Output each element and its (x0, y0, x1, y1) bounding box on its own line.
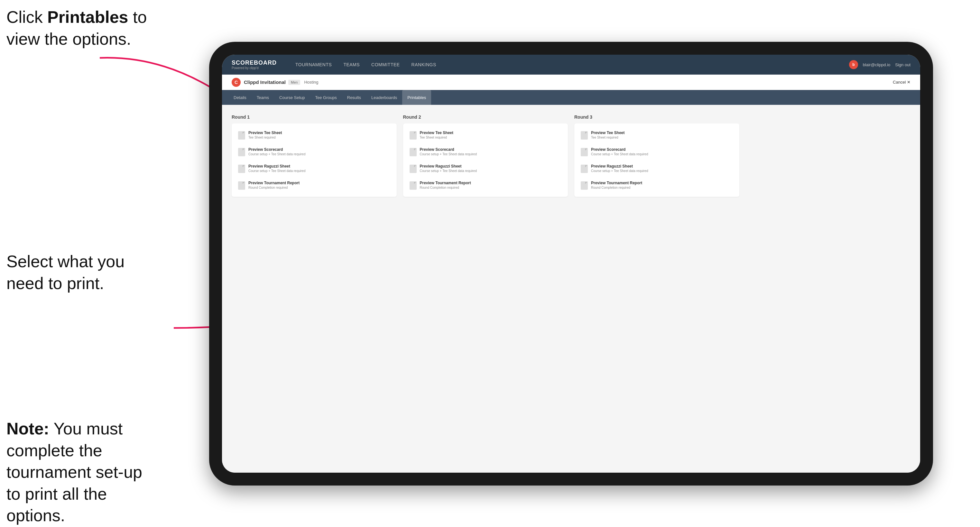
brand-title: SCOREBOARD (232, 59, 277, 66)
scorecard-icon-r3 (581, 148, 588, 156)
tab-printables[interactable]: Printables (402, 90, 431, 105)
tee-sheet-sub-r3: Tee Sheet required (591, 136, 625, 139)
scorecard-sub-r2: Course setup + Tee Sheet data required (420, 152, 477, 156)
round-2-title: Round 2 (403, 114, 568, 120)
user-avatar: b (849, 60, 858, 69)
round-2-scorecard[interactable]: Preview Scorecard Course setup + Tee She… (408, 145, 563, 158)
raguzzi-label-r2: Preview Raguzzi Sheet (420, 164, 477, 168)
round-2-raguzzi[interactable]: Preview Raguzzi Sheet Course setup + Tee… (408, 162, 563, 175)
tab-leaderboards[interactable]: Leaderboards (366, 90, 402, 105)
scorecard-text-r2: Preview Scorecard Course setup + Tee She… (420, 147, 477, 156)
nav-items-list: TOURNAMENTS TEAMS COMMITTEE RANKINGS (290, 55, 849, 75)
round-1-section: Round 1 Preview Tee Sheet Tee Sheet requ… (232, 114, 397, 197)
raguzzi-icon-r1 (238, 165, 245, 173)
top-navigation: SCOREBOARD Powered by clipp'd TOURNAMENT… (222, 55, 920, 75)
raguzzi-sub-r3: Course setup + Tee Sheet data required (591, 169, 648, 173)
tournament-bar: C Clippd Invitational Men Hosting Cancel… (222, 75, 920, 90)
round-3-card: Preview Tee Sheet Tee Sheet required Pre… (574, 124, 739, 197)
raguzzi-label-r1: Preview Raguzzi Sheet (248, 164, 305, 168)
round-3-tournament-report[interactable]: Preview Tournament Report Round Completi… (579, 179, 734, 192)
raguzzi-text-r1: Preview Raguzzi Sheet Course setup + Tee… (248, 164, 305, 173)
raguzzi-label-r3: Preview Raguzzi Sheet (591, 164, 648, 168)
raguzzi-sub-r1: Course setup + Tee Sheet data required (248, 169, 305, 173)
tournament-status: Hosting (304, 80, 318, 84)
nav-item-rankings[interactable]: RANKINGS (406, 55, 442, 75)
tournament-report-text-r1: Preview Tournament Report Round Completi… (248, 181, 299, 189)
round-2-tournament-report[interactable]: Preview Tournament Report Round Completi… (408, 179, 563, 192)
tee-sheet-icon-r2 (410, 131, 417, 140)
round-3-scorecard[interactable]: Preview Scorecard Course setup + Tee She… (579, 145, 734, 158)
scorecard-icon-r1 (238, 148, 245, 156)
tee-sheet-icon-r1 (238, 131, 245, 140)
tournament-report-label-r1: Preview Tournament Report (248, 181, 299, 185)
scorecard-label-r3: Preview Scorecard (591, 147, 648, 152)
round-2-card: Preview Tee Sheet Tee Sheet required Pre… (403, 124, 568, 197)
round-1-raguzzi[interactable]: Preview Raguzzi Sheet Course setup + Tee… (237, 162, 391, 175)
tournament-logo: C (232, 78, 241, 87)
tournament-report-text-r3: Preview Tournament Report Round Completi… (591, 181, 642, 189)
tab-tee-groups[interactable]: Tee Groups (310, 90, 342, 105)
content-area: Round 1 Preview Tee Sheet Tee Sheet requ… (222, 105, 920, 473)
nav-right-section: b blair@clippd.io Sign out (849, 60, 910, 69)
round-2-section: Round 2 Preview Tee Sheet Tee Sheet requ… (403, 114, 568, 197)
tee-sheet-label-r1: Preview Tee Sheet (248, 130, 282, 135)
user-email: blair@clippd.io (863, 62, 890, 67)
scorecard-sub-r3: Course setup + Tee Sheet data required (591, 152, 648, 156)
annotation-bottom: Note: You mustcomplete thetournament set… (6, 418, 154, 527)
nav-item-committee[interactable]: COMMITTEE (366, 55, 406, 75)
brand-logo: SCOREBOARD Powered by clipp'd (232, 59, 277, 70)
tournament-report-text-r2: Preview Tournament Report Round Completi… (420, 181, 471, 189)
tournament-report-label-r2: Preview Tournament Report (420, 181, 471, 185)
annotation-top: Click Printables toview the options. (6, 6, 147, 50)
scorecard-label-r1: Preview Scorecard (248, 147, 305, 152)
brand-subtitle: Powered by clipp'd (232, 66, 277, 70)
tournament-report-icon-r2 (410, 181, 417, 190)
tee-sheet-text-r1: Preview Tee Sheet Tee Sheet required (248, 130, 282, 139)
scorecard-label-r2: Preview Scorecard (420, 147, 477, 152)
tablet-screen: SCOREBOARD Powered by clipp'd TOURNAMENT… (222, 55, 920, 473)
tab-results[interactable]: Results (342, 90, 366, 105)
tournament-report-sub-r2: Round Completion required (420, 186, 471, 189)
nav-item-teams[interactable]: TEAMS (337, 55, 366, 75)
round-1-tournament-report[interactable]: Preview Tournament Report Round Completi… (237, 179, 391, 192)
tee-sheet-sub-r1: Tee Sheet required (248, 136, 282, 139)
round-2-tee-sheet[interactable]: Preview Tee Sheet Tee Sheet required (408, 129, 563, 141)
annotation-bold-note: Note: (6, 419, 49, 438)
tournament-name: Clippd Invitational (244, 79, 286, 85)
tee-sheet-text-r3: Preview Tee Sheet Tee Sheet required (591, 130, 625, 139)
raguzzi-sub-r2: Course setup + Tee Sheet data required (420, 169, 477, 173)
annotation-bold-printables: Printables (47, 8, 128, 26)
nav-item-tournaments[interactable]: TOURNAMENTS (290, 55, 337, 75)
round-1-card: Preview Tee Sheet Tee Sheet required Pre… (232, 124, 397, 197)
tournament-report-label-r3: Preview Tournament Report (591, 181, 642, 185)
raguzzi-icon-r2 (410, 165, 417, 173)
scorecard-text-r1: Preview Scorecard Course setup + Tee She… (248, 147, 305, 156)
tablet-device: SCOREBOARD Powered by clipp'd TOURNAMENT… (209, 42, 933, 486)
rounds-grid: Round 1 Preview Tee Sheet Tee Sheet requ… (232, 114, 910, 197)
tee-sheet-icon-r3 (581, 131, 588, 140)
tab-teams[interactable]: Teams (251, 90, 274, 105)
tee-sheet-label-r3: Preview Tee Sheet (591, 130, 625, 135)
annotation-middle: Select what youneed to print. (6, 251, 124, 294)
raguzzi-text-r3: Preview Raguzzi Sheet Course setup + Tee… (591, 164, 648, 173)
raguzzi-icon-r3 (581, 165, 588, 173)
scorecard-icon-r2 (410, 148, 417, 156)
round-1-title: Round 1 (232, 114, 397, 120)
round-3-section: Round 3 Preview Tee Sheet Tee Sheet requ… (574, 114, 739, 197)
tournament-report-icon-r3 (581, 181, 588, 190)
round-3-raguzzi[interactable]: Preview Raguzzi Sheet Course setup + Tee… (579, 162, 734, 175)
cancel-button[interactable]: Cancel ✕ (893, 80, 910, 84)
scorecard-text-r3: Preview Scorecard Course setup + Tee She… (591, 147, 648, 156)
raguzzi-text-r2: Preview Raguzzi Sheet Course setup + Tee… (420, 164, 477, 173)
tab-details[interactable]: Details (228, 90, 251, 105)
round-1-tee-sheet[interactable]: Preview Tee Sheet Tee Sheet required (237, 129, 391, 141)
tab-course-setup[interactable]: Course Setup (274, 90, 310, 105)
tab-bar: Details Teams Course Setup Tee Groups Re… (222, 90, 920, 105)
round-1-scorecard[interactable]: Preview Scorecard Course setup + Tee She… (237, 145, 391, 158)
tee-sheet-text-r2: Preview Tee Sheet Tee Sheet required (420, 130, 453, 139)
sign-out-link[interactable]: Sign out (895, 62, 910, 67)
tournament-report-sub-r1: Round Completion required (248, 186, 299, 189)
round-3-tee-sheet[interactable]: Preview Tee Sheet Tee Sheet required (579, 129, 734, 141)
scorecard-sub-r1: Course setup + Tee Sheet data required (248, 152, 305, 156)
tee-sheet-sub-r2: Tee Sheet required (420, 136, 453, 139)
